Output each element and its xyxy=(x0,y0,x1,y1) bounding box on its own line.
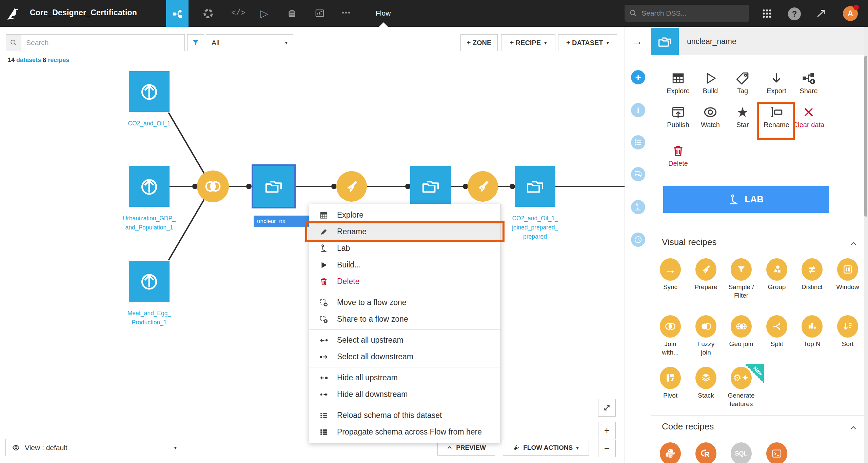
svg-text:R: R xyxy=(704,450,710,459)
asterisk-arrow-right-icon xyxy=(319,390,329,399)
menu-item-explore[interactable]: Explore xyxy=(309,207,500,223)
discussions-strip-icon[interactable] xyxy=(631,167,645,181)
lab-strip-icon[interactable] xyxy=(631,200,645,214)
action-publish[interactable]: Publish xyxy=(661,104,695,129)
add-strip-button[interactable]: + xyxy=(631,70,645,84)
context-menu: Explore Rename Lab Build... Delete Mov xyxy=(309,204,501,443)
recipe-distinct[interactable]: ≠ Distinct xyxy=(796,258,828,291)
flow-canvas[interactable]: Search All ▾ + ZONE + RECIPE▾ + DATASET▾… xyxy=(0,27,626,463)
collapse-panel-arrow-icon[interactable]: → xyxy=(632,36,643,47)
recipe-sample-filter[interactable]: Sample / Filter xyxy=(725,258,757,300)
action-clear-data[interactable]: Clear data xyxy=(792,104,826,129)
node-label[interactable]: Meat_and_Egg_ Production_1 xyxy=(127,309,171,327)
minus-icon: − xyxy=(604,443,610,454)
menu-item-propagate-schema[interactable]: Propagate schema across Flow from here xyxy=(309,424,500,440)
view-selector[interactable]: View : default ▾ xyxy=(5,439,183,456)
menu-item-build[interactable]: Build... xyxy=(309,257,500,273)
global-search[interactable]: Search DSS... xyxy=(625,5,749,22)
recipe-sort[interactable]: Sort xyxy=(831,315,864,348)
dataset-node-co2[interactable] xyxy=(129,71,170,112)
sql-icon: SQL xyxy=(731,442,752,463)
recipe-join-with[interactable]: Join with... xyxy=(654,315,687,357)
node-label[interactable]: CO2_and_Oil_1 xyxy=(128,119,171,128)
dataset-node-urbanization[interactable] xyxy=(129,166,170,207)
prepare-recipe-node[interactable] xyxy=(468,171,498,202)
not-equal-icon: ≠ xyxy=(802,258,823,281)
trend-arrow-icon[interactable] xyxy=(816,8,827,19)
dashboard-icon[interactable] xyxy=(315,8,325,18)
code-recipe-shell[interactable] xyxy=(766,442,787,463)
node-label[interactable]: CO2_and_Oil_1_ joined_prepared_ prepared xyxy=(512,214,558,241)
recipe-pivot[interactable]: Pivot xyxy=(654,367,687,400)
action-tag[interactable]: Tag xyxy=(726,70,760,95)
prepare-recipe-node[interactable] xyxy=(336,171,367,202)
stack-icon[interactable] xyxy=(287,8,297,18)
menu-item-select-downstream[interactable]: Select all downstream xyxy=(309,348,500,365)
schema-list-icon xyxy=(319,411,329,420)
flow-icon xyxy=(172,8,182,19)
apps-grid-icon[interactable] xyxy=(762,8,772,19)
panel-scrollbar-thumb[interactable] xyxy=(864,56,867,217)
table-grid-icon xyxy=(319,211,329,220)
timeline-strip-icon[interactable] xyxy=(631,233,645,247)
action-watch[interactable]: Watch xyxy=(693,104,727,129)
recipe-window[interactable]: Window xyxy=(831,258,864,291)
nav-flow-tab[interactable] xyxy=(166,0,189,27)
recipe-split[interactable]: Split xyxy=(761,315,793,348)
dataiku-logo-icon[interactable] xyxy=(5,5,22,22)
info-strip-icon[interactable]: i xyxy=(631,103,645,117)
recipe-stack[interactable]: Stack xyxy=(690,367,722,400)
jobs-play-icon[interactable]: ▷ xyxy=(260,7,268,19)
action-delete[interactable]: Delete xyxy=(661,143,695,167)
menu-item-move-flow-zone[interactable]: Move to a flow zone xyxy=(309,294,500,311)
project-name[interactable]: Core_Designer_Certification xyxy=(30,8,137,17)
analyses-icon[interactable] xyxy=(203,8,214,19)
help-icon[interactable]: ? xyxy=(788,7,801,20)
avatar[interactable]: A xyxy=(843,6,858,21)
menu-item-lab[interactable]: Lab xyxy=(309,240,500,257)
fullscreen-button[interactable] xyxy=(598,399,616,417)
menu-item-share-flow-zone[interactable]: Share to a flow zone xyxy=(309,311,500,327)
recipe-fuzzy-join[interactable]: Fuzzy join xyxy=(690,315,722,357)
action-export[interactable]: Export xyxy=(760,70,793,95)
code-recipe-r[interactable]: R xyxy=(695,442,716,463)
menu-item-hide-downstream[interactable]: Hide all downstream xyxy=(309,386,500,403)
menu-item-delete[interactable]: Delete xyxy=(309,273,500,290)
menu-item-hide-upstream[interactable]: Hide all upstream xyxy=(309,369,500,386)
recipe-prepare[interactable]: Prepare xyxy=(690,258,722,291)
recipe-top-n[interactable]: Top N xyxy=(796,315,828,348)
flow-actions-button[interactable]: FLOW ACTIONS ▾ xyxy=(503,440,589,456)
action-build[interactable]: Build xyxy=(693,70,727,95)
arrow-left-dot-icon xyxy=(319,336,329,345)
flow-zone-move-icon xyxy=(319,298,329,307)
folder-node-final[interactable] xyxy=(515,166,555,207)
action-explore[interactable]: Explore xyxy=(661,70,695,95)
action-star[interactable]: ★ Star xyxy=(726,104,760,129)
publish-icon xyxy=(661,104,695,120)
menu-item-select-upstream[interactable]: Select all upstream xyxy=(309,332,500,348)
action-share[interactable]: Share xyxy=(792,70,826,95)
collapse-section-chevron-icon[interactable] xyxy=(849,240,857,248)
details-strip-icon[interactable] xyxy=(631,135,645,149)
recipe-group[interactable]: Group xyxy=(761,258,793,291)
more-icon[interactable]: ••• xyxy=(342,9,351,17)
lab-button[interactable]: LAB xyxy=(663,186,829,213)
recipe-sync[interactable]: → Sync xyxy=(654,258,687,291)
node-label[interactable]: Urbanization_GDP_ and_Population_1 xyxy=(123,214,176,232)
collapse-section-chevron-icon[interactable] xyxy=(849,424,857,432)
dataset-node-meat[interactable] xyxy=(129,261,170,302)
zoom-in-button[interactable]: + xyxy=(598,422,616,439)
menu-item-rename[interactable]: Rename xyxy=(309,223,500,240)
selected-node-label[interactable]: unclear_na xyxy=(254,216,315,227)
folder-node-unclear-name[interactable] xyxy=(252,164,296,208)
zoom-out-button[interactable]: − xyxy=(598,440,616,457)
menu-separator xyxy=(309,367,500,367)
code-recipe-python[interactable] xyxy=(660,442,681,463)
notebooks-code-icon[interactable]: </> xyxy=(231,9,245,18)
folder-node-middle[interactable] xyxy=(410,166,451,207)
menu-item-reload-schema[interactable]: Reload schema of this dataset xyxy=(309,407,500,424)
join-recipe-node[interactable] xyxy=(197,170,229,202)
code-recipe-sql[interactable]: SQL xyxy=(731,442,752,463)
recipe-geo-join[interactable]: Geo join xyxy=(725,315,757,348)
menu-separator xyxy=(309,292,500,292)
